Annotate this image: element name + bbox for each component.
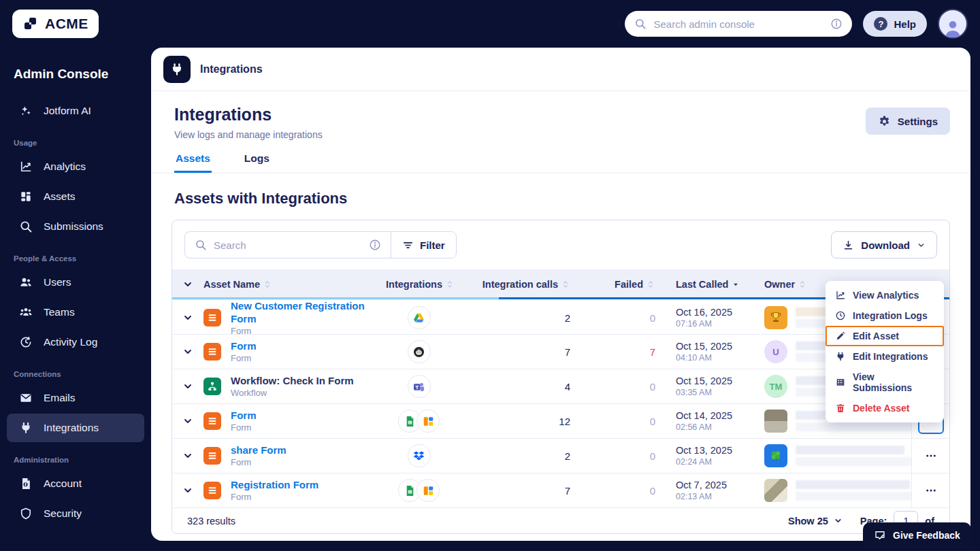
settings-button[interactable]: Settings — [866, 107, 950, 135]
sidebar-item-submissions[interactable]: Submissions — [7, 212, 144, 241]
feedback-icon — [874, 529, 886, 541]
pencil-icon — [835, 331, 846, 341]
column-failed[interactable]: Failed — [577, 279, 662, 290]
topbar-right: ? Help — [625, 9, 968, 39]
section-title: Assets with Integrations — [174, 190, 947, 207]
chevron-down-icon[interactable] — [182, 279, 193, 290]
expand-row-cell[interactable] — [172, 312, 203, 323]
gear-icon — [878, 115, 891, 128]
sidebar-item-teams[interactable]: Teams — [7, 298, 144, 327]
asset-name-link[interactable]: New Customer Registration Form — [231, 300, 376, 326]
topbar: ACME ? Help — [0, 0, 980, 48]
sidebar-item-emails[interactable]: Emails — [7, 384, 144, 412]
menu-item-view-submissions[interactable]: View Submissions — [826, 367, 944, 398]
row-actions-cell — [911, 439, 949, 473]
asset-type: Workflow — [231, 388, 354, 398]
sidebar-item-security[interactable]: Security — [7, 499, 144, 528]
sidebar-item-label: Account — [44, 478, 82, 490]
download-button[interactable]: Download — [831, 231, 937, 258]
filter-button[interactable]: Filter — [391, 232, 456, 258]
download-icon — [843, 239, 854, 251]
info-icon — [830, 18, 843, 30]
sidebar-item-integrations[interactable]: Integrations — [7, 414, 144, 442]
chevron-down-icon — [182, 381, 193, 392]
sort-desc-icon[interactable] — [731, 280, 740, 289]
plug-icon — [835, 351, 846, 362]
asset-name-cell: New Customer Registration FormForm — [203, 300, 376, 336]
tab-assets[interactable]: Assets — [174, 151, 212, 173]
last-called-cell: Oct 13, 202502:24 AM — [662, 445, 757, 467]
sidebar-item-account[interactable]: Account — [7, 469, 144, 498]
menu-item-edit-asset[interactable]: Edit Asset — [826, 326, 944, 346]
column-integrations[interactable]: Integrations — [376, 279, 461, 290]
owner-avatar: U — [764, 340, 787, 363]
google-sheets-icon — [404, 484, 416, 497]
menu-item-view-analytics[interactable]: View Analytics — [826, 285, 944, 305]
last-called-cell: Oct 15, 202504:10 AM — [662, 341, 757, 363]
asset-name-link[interactable]: Registration Form — [231, 479, 318, 492]
form-asset-icon — [203, 482, 221, 499]
sidebar-item-analytics[interactable]: Analytics — [7, 152, 144, 181]
help-button[interactable]: ? Help — [863, 11, 927, 37]
integration-calls-value: 7 — [461, 346, 577, 358]
asset-name-link[interactable]: Form — [231, 340, 257, 353]
give-feedback-button[interactable]: Give Feedback — [863, 522, 971, 548]
sidebar-item-assets[interactable]: Assets — [7, 182, 144, 211]
chevron-down-icon — [834, 516, 843, 525]
sort-icon[interactable] — [798, 280, 807, 289]
expand-row-cell[interactable] — [172, 381, 203, 392]
integrations-cell — [376, 375, 461, 398]
page-subtitle: View logs and manage integrations — [174, 129, 323, 140]
asset-name-link[interactable]: Form — [231, 410, 257, 422]
filter-label: Filter — [420, 239, 445, 251]
clock-icon — [835, 310, 846, 321]
app: ACME ? Help Admin Console Jotform AIUsag… — [0, 0, 980, 551]
column-asset-name[interactable]: Asset Name — [203, 279, 376, 290]
acme-logo[interactable]: ACME — [12, 10, 99, 38]
row-menu-button[interactable] — [918, 478, 944, 503]
sidebar-item-label: Activity Log — [44, 336, 97, 348]
last-called-date: Oct 15, 2025 — [676, 341, 757, 352]
last-called-date: Oct 14, 2025 — [676, 410, 757, 421]
last-called-date: Oct 7, 2025 — [676, 480, 757, 490]
menu-item-edit-integrations[interactable]: Edit Integrations — [826, 346, 944, 367]
expand-row-cell[interactable] — [172, 450, 203, 461]
expand-row-cell[interactable] — [172, 416, 203, 427]
sort-icon[interactable] — [445, 280, 455, 289]
last-called-time: 02:24 AM — [676, 457, 757, 467]
column-last-called[interactable]: Last Called — [662, 279, 757, 290]
account-icon — [19, 477, 33, 490]
expand-row-cell[interactable] — [172, 346, 203, 357]
sidebar-item-label: Integrations — [44, 422, 99, 434]
failed-calls-value: 0 — [577, 416, 662, 427]
sidebar: Admin Console Jotform AIUsageAnalyticsAs… — [0, 48, 151, 551]
asset-name-link[interactable]: share Form — [231, 444, 287, 457]
column-integration-calls[interactable]: Integration calls — [461, 279, 577, 290]
page-size-select[interactable]: Show 25 — [788, 516, 843, 527]
admin-search[interactable] — [625, 11, 852, 37]
table-search[interactable] — [185, 232, 391, 258]
sidebar-item-jotform-ai[interactable]: Jotform AI — [7, 97, 144, 125]
row-menu-button[interactable] — [918, 443, 944, 469]
feedback-label: Give Feedback — [893, 530, 960, 541]
table-search-input[interactable] — [214, 239, 362, 251]
sidebar-item-users[interactable]: Users — [7, 268, 144, 297]
sort-icon[interactable] — [561, 280, 570, 289]
integrations-cell — [376, 340, 461, 363]
sort-icon[interactable] — [646, 280, 655, 289]
user-avatar[interactable] — [938, 9, 968, 39]
sidebar-section-label: Administration — [14, 456, 137, 464]
form-lines-icon — [207, 450, 218, 461]
tab-logs[interactable]: Logs — [243, 151, 271, 173]
sort-icon[interactable] — [263, 280, 272, 289]
expand-all-cell[interactable] — [172, 279, 203, 290]
admin-search-input[interactable] — [653, 18, 823, 30]
trash-icon — [835, 403, 846, 414]
menu-item-delete-asset[interactable]: Delete Asset — [826, 398, 944, 418]
menu-item-integration-logs[interactable]: Integration Logs — [826, 305, 944, 326]
owner-avatar: TM — [764, 375, 787, 398]
integrations-cell — [376, 479, 461, 502]
sidebar-item-activity-log[interactable]: Activity Log — [7, 328, 144, 356]
expand-row-cell[interactable] — [172, 485, 203, 496]
google-drive-icon — [412, 312, 425, 324]
